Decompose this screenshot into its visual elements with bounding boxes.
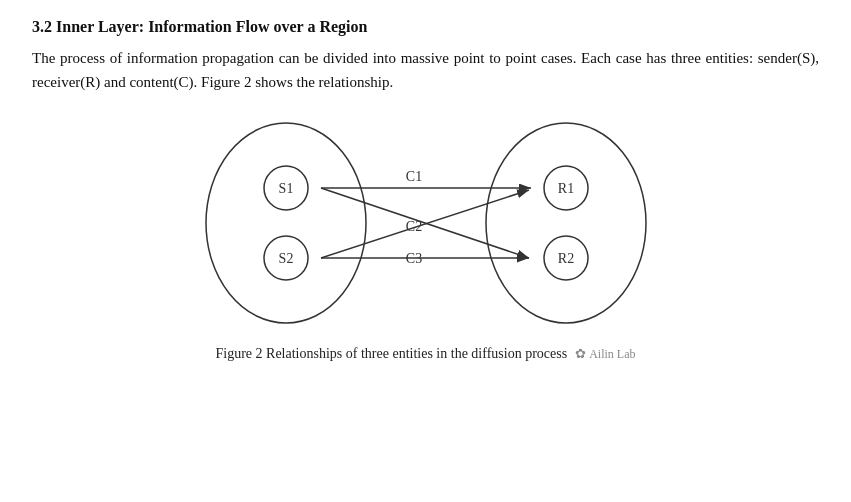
body-text: The process of information propagation c… xyxy=(32,46,819,94)
s1-text: S1 xyxy=(278,181,293,196)
r1-text: R1 xyxy=(557,181,573,196)
right-ellipse xyxy=(486,123,646,323)
c1-label: C1 xyxy=(405,169,421,184)
diagram-container: C1 C2 C3 S1 S2 R1 R2 xyxy=(32,108,819,338)
ailin-icon: ✿ xyxy=(575,346,586,362)
figure-caption: Figure 2 Relationships of three entities… xyxy=(216,346,568,362)
r2-text: R2 xyxy=(557,251,573,266)
watermark: ✿ Ailin Lab xyxy=(575,346,635,362)
ailin-text: Ailin Lab xyxy=(589,347,635,362)
section-title: 3.2 Inner Layer: Information Flow over a… xyxy=(32,18,819,36)
caption-row: Figure 2 Relationships of three entities… xyxy=(32,346,819,362)
left-ellipse xyxy=(206,123,366,323)
c3-label: C3 xyxy=(405,251,421,266)
c2-label: C2 xyxy=(405,219,421,234)
diagram-svg: C1 C2 C3 S1 S2 R1 R2 xyxy=(166,113,686,333)
s2-text: S2 xyxy=(278,251,293,266)
